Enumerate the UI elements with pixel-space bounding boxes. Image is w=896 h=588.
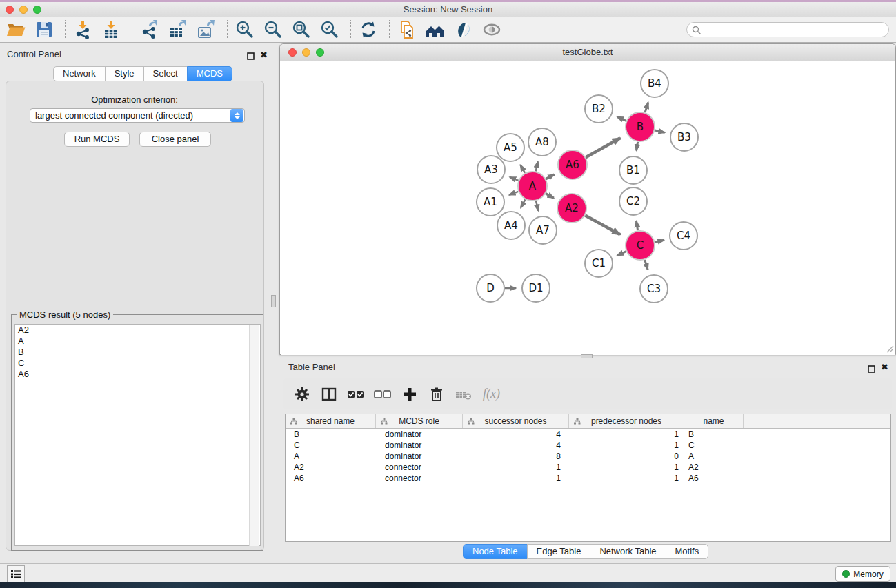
table-cell[interactable]: A6 — [286, 473, 376, 484]
graph-edge-A-A7[interactable] — [536, 201, 538, 210]
tab-network-table[interactable]: Network Table — [590, 544, 666, 559]
graph-edge-B-B3[interactable] — [655, 130, 664, 132]
table-row[interactable]: A2connector11A2 — [286, 462, 890, 473]
tab-edge-table[interactable]: Edge Table — [527, 544, 591, 559]
memory-button[interactable]: Memory — [835, 566, 890, 582]
graph-edge-C-C4[interactable] — [655, 240, 664, 242]
graph-edge-A-A4[interactable] — [521, 199, 526, 207]
select-all-checkboxes-icon[interactable] — [347, 385, 365, 403]
table-cell[interactable]: 8 — [463, 451, 569, 462]
mcds-result-item[interactable]: A2 — [15, 325, 260, 336]
run-mcds-button[interactable]: Run MCDS — [64, 132, 130, 147]
column-header-predecessor-nodes[interactable]: predecessor nodes — [569, 414, 684, 428]
add-column-icon[interactable] — [401, 385, 419, 403]
column-header-MCDS-role[interactable]: MCDS role — [376, 414, 463, 428]
table-cell[interactable]: 1 — [463, 462, 569, 473]
close-panel-button[interactable]: Close panel — [139, 132, 211, 147]
task-history-button[interactable] — [7, 565, 25, 583]
network-zoom-button[interactable] — [316, 48, 324, 57]
export-table-icon[interactable] — [168, 19, 188, 40]
column-header-name[interactable]: name — [684, 414, 744, 428]
table-cell[interactable]: dominator — [376, 451, 463, 462]
graph-edge-B-B1[interactable] — [637, 142, 638, 151]
minimize-window-button[interactable] — [19, 6, 28, 14]
zoom-selected-icon[interactable] — [319, 19, 340, 40]
table-cell[interactable]: 1 — [569, 462, 684, 473]
column-header-shared-name[interactable]: shared name — [286, 414, 376, 428]
table-cell[interactable]: connector — [376, 473, 463, 484]
open-file-icon[interactable] — [6, 19, 26, 40]
table-cell[interactable]: connector — [376, 462, 463, 473]
graph-edge-A-A2[interactable] — [546, 194, 554, 199]
vizmapper-preview-icon[interactable] — [453, 19, 474, 40]
delete-columns-icon[interactable] — [428, 385, 446, 403]
table-cell[interactable]: A — [684, 451, 744, 462]
control-panel-float-icon[interactable] — [247, 50, 255, 63]
mcds-result-item[interactable]: A6 — [15, 369, 260, 380]
graph-edge-A6-B[interactable] — [586, 138, 620, 157]
table-cell[interactable]: 1 — [569, 429, 684, 440]
tab-network[interactable]: Network — [53, 66, 106, 81]
graph-edge-A2-C[interactable] — [585, 216, 620, 235]
delete-table-icon[interactable] — [455, 385, 472, 403]
save-session-icon[interactable] — [34, 19, 54, 40]
graph-edge-A-A6[interactable] — [546, 174, 554, 179]
import-table-icon[interactable] — [101, 19, 121, 40]
mcds-result-item[interactable]: C — [15, 358, 260, 369]
zoom-in-icon[interactable] — [235, 19, 255, 40]
tab-motifs[interactable]: Motifs — [666, 544, 709, 559]
scrollbar[interactable] — [249, 325, 259, 546]
table-cell[interactable]: 1 — [463, 473, 569, 484]
tab-mcds[interactable]: MCDS — [187, 66, 232, 81]
graph-edge-A-A5[interactable] — [520, 165, 525, 173]
table-cell[interactable]: 4 — [463, 429, 569, 440]
table-panel-float-icon[interactable] — [868, 363, 875, 376]
table-cell[interactable]: A — [286, 451, 376, 462]
table-cell[interactable]: dominator — [376, 429, 463, 440]
table-cell[interactable]: 1 — [569, 440, 684, 451]
network-minimize-button[interactable] — [302, 48, 310, 57]
deselect-all-checkboxes-icon[interactable] — [374, 385, 392, 403]
network-canvas[interactable]: AA1A2A3A4A5A6A7A8BB1B2B3B4CC1C2C3C4DD1 — [281, 61, 895, 355]
table-cell[interactable]: A2 — [286, 462, 376, 473]
graph-edge-A-A3[interactable] — [510, 177, 519, 181]
table-cell[interactable]: C — [286, 440, 376, 451]
table-row[interactable]: Bdominator41B — [286, 429, 890, 440]
table-cell[interactable]: 0 — [569, 451, 684, 462]
table-panel-close-icon[interactable]: ✖ — [881, 362, 888, 372]
zoom-fit-icon[interactable] — [291, 19, 312, 40]
mcds-result-list[interactable]: A2ABCA6 — [14, 324, 261, 546]
column-layout-icon[interactable] — [320, 385, 338, 403]
graph-edge-C-C1[interactable] — [617, 252, 626, 256]
table-row[interactable]: Cdominator41C — [286, 440, 890, 451]
network-close-button[interactable] — [288, 48, 297, 57]
node-table[interactable]: shared nameMCDS rolesuccessor nodesprede… — [285, 414, 891, 542]
graph-edge-B-B4[interactable] — [645, 103, 648, 113]
table-row[interactable]: A6connector11A6 — [286, 473, 890, 484]
mcds-result-item[interactable]: B — [15, 347, 260, 358]
table-cell[interactable]: C — [684, 440, 744, 451]
resize-grip-icon[interactable] — [884, 343, 894, 353]
function-builder-button[interactable]: f(x) — [483, 387, 500, 401]
tab-select[interactable]: Select — [143, 66, 188, 81]
zoom-window-button[interactable] — [33, 6, 41, 14]
graph-edge-A-A1[interactable] — [509, 192, 518, 195]
export-image-icon[interactable] — [196, 19, 217, 40]
open-browser-icon[interactable] — [425, 19, 446, 40]
tab-node-table[interactable]: Node Table — [463, 544, 528, 559]
optimization-select[interactable]: largest connected component (directed) — [30, 108, 245, 123]
horizontal-splitter-handle[interactable] — [581, 354, 593, 358]
table-cell[interactable]: B — [684, 429, 744, 440]
vertical-splitter-handle[interactable] — [271, 295, 276, 307]
graph-edge-A-A8[interactable] — [536, 161, 538, 171]
table-cell[interactable]: A6 — [684, 473, 744, 484]
refresh-layout-icon[interactable] — [358, 19, 379, 40]
clone-network-icon[interactable] — [397, 19, 417, 40]
tab-style[interactable]: Style — [105, 66, 144, 81]
table-row[interactable]: Adominator80A — [286, 451, 890, 462]
search-input[interactable] — [686, 22, 889, 37]
control-panel-close-icon[interactable]: ✖ — [260, 50, 268, 60]
import-network-icon[interactable] — [72, 19, 93, 40]
close-window-button[interactable] — [6, 6, 14, 14]
table-cell[interactable]: dominator — [376, 440, 463, 451]
